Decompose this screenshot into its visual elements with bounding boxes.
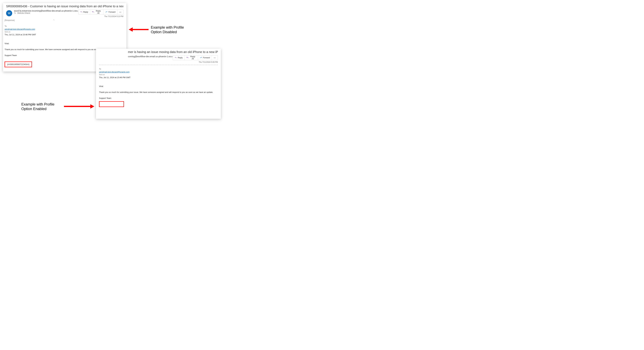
- from-address: wzzd.fa.extservice.incoming@workflow-dev…: [14, 9, 78, 12]
- reply-all-button[interactable]: Reply All: [90, 10, 104, 14]
- email-card-enabled: mer is having an issue moving data from …: [96, 49, 221, 119]
- email-actions: Reply Reply All Forward: [173, 55, 218, 60]
- forward-button[interactable]: Forward: [104, 10, 118, 14]
- from-address-partial: coming@workflow-dev.email.us-phoenix-1.o…: [128, 55, 173, 58]
- forward-icon: [200, 57, 202, 59]
- reply-all-icon: [92, 11, 94, 13]
- reply-all-label: Reply All: [95, 10, 102, 14]
- body-greeting: Virat:: [4, 42, 124, 45]
- received-time: Thu 7/11/2024 5:09 PM: [199, 61, 218, 63]
- received-time: Thu 7/11/2024 5:13 PM: [104, 15, 124, 17]
- body-to-email-link[interactable]: sendmail-test-discard@oracle.com: [99, 71, 130, 73]
- body-paragraph: Thank you so much for submitting your is…: [99, 91, 218, 94]
- dashed-divider: [99, 65, 218, 65]
- sent-on-label: Sent on: [99, 73, 218, 76]
- reply-label: Reply: [83, 11, 88, 13]
- email-actions: Reply Reply All Forward: [78, 9, 124, 14]
- cursor-icon: ↖: [53, 19, 54, 21]
- sent-on-value: Thu, Jul 11, 2024 at 23:46 PM GMT: [4, 33, 124, 36]
- reply-icon: [175, 57, 177, 59]
- reply-button[interactable]: Reply: [78, 10, 90, 14]
- annotation-enabled: Example with Profile Option Enabled: [21, 102, 54, 111]
- diagram-canvas: SR0000065436 - Customer is having an iss…: [0, 0, 228, 123]
- email-subject-partial: mer is having an issue moving data from …: [128, 50, 218, 54]
- forward-label: Forward: [203, 57, 210, 59]
- more-actions-button[interactable]: ⋯: [118, 10, 123, 14]
- body-signoff: Support Team: [99, 97, 218, 100]
- body-to-label: To: [99, 67, 218, 70]
- sent-on-label: Sent on: [4, 30, 124, 33]
- annotation-disabled: Example with Profile Option Disabled: [151, 25, 184, 34]
- body-greeting: Virat:: [99, 85, 218, 88]
- more-actions-button[interactable]: ⋯: [212, 55, 218, 60]
- reply-button[interactable]: Reply: [173, 55, 184, 60]
- sent-on-value: Thu, Jul 11, 2024 at 23:46 PM GMT: [99, 76, 218, 79]
- email-header: W wzzd.fa.extservice.incoming@workflow-d…: [6, 9, 124, 17]
- reply-all-icon: [186, 57, 188, 59]
- id-token-highlight-empty: [99, 101, 124, 107]
- forward-button[interactable]: Forward: [198, 55, 212, 60]
- body-to-email-link[interactable]: sendmail-test-discard@oracle.com: [4, 28, 35, 30]
- to-line: To Melinda Uhland: [14, 12, 78, 14]
- sender-avatar: W: [6, 10, 12, 16]
- forward-icon: [106, 11, 108, 13]
- reply-label: Reply: [178, 57, 183, 59]
- email-body: To sendmail-test-discard@oracle.com Sent…: [99, 67, 218, 108]
- to-label: To: [14, 12, 16, 14]
- forward-label: Forward: [108, 11, 116, 13]
- response-tag: [Response]: [4, 19, 124, 22]
- email-subject: SR0000065436 - Customer is having an iss…: [6, 4, 124, 8]
- more-icon: ⋯: [214, 57, 216, 59]
- id-token-highlight: {##300100593722343##}: [4, 61, 32, 67]
- reply-all-button[interactable]: Reply All: [184, 55, 198, 60]
- to-name: Melinda Uhland: [17, 12, 30, 14]
- reply-icon: [80, 11, 82, 13]
- body-to-label: To: [4, 25, 124, 28]
- email-header: coming@workflow-dev.email.us-phoenix-1.o…: [128, 55, 218, 63]
- reply-all-label: Reply All: [190, 55, 196, 60]
- more-icon: ⋯: [119, 11, 122, 13]
